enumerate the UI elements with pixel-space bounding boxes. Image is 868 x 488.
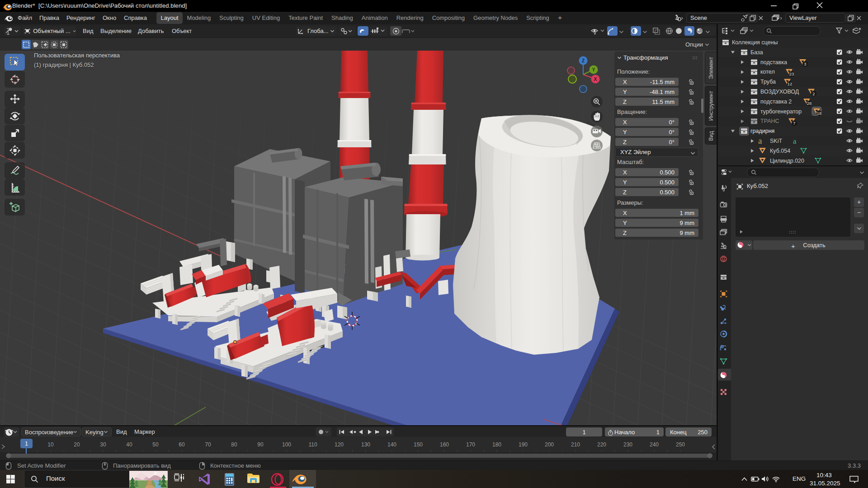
svg-text:160: 160 (440, 441, 449, 448)
svg-text:18: 18 (817, 111, 822, 116)
svg-text:28: 28 (807, 101, 812, 106)
svg-text:50: 50 (152, 441, 159, 448)
svg-text:170: 170 (466, 441, 475, 448)
svg-text:210: 210 (571, 441, 580, 448)
svg-text:180: 180 (492, 441, 501, 448)
svg-text:3: 3 (804, 61, 806, 66)
svg-text:10: 10 (47, 441, 54, 448)
svg-text:130: 130 (361, 441, 370, 448)
svg-text:110: 110 (308, 441, 317, 448)
svg-text:Куб.054: Куб.054 (770, 148, 790, 154)
svg-text:150: 150 (414, 441, 423, 448)
svg-text:12: 12 (788, 81, 793, 86)
svg-text:подставка: подставка (760, 59, 787, 66)
svg-text:подставка 2: подставка 2 (760, 99, 792, 105)
svg-text:ТРАНС: ТРАНС (760, 118, 779, 124)
svg-text:котел: котел (760, 69, 775, 75)
svg-text:2: 2 (812, 91, 815, 96)
svg-text:200: 200 (545, 441, 554, 448)
svg-text:60: 60 (179, 441, 185, 448)
svg-text:a: a (758, 136, 762, 145)
svg-text:230: 230 (623, 441, 632, 448)
svg-text:7: 7 (793, 121, 795, 126)
svg-text:90: 90 (257, 441, 264, 448)
svg-text:ВОЗДУХОВОД: ВОЗДУХОВОД (760, 89, 799, 95)
svg-text:80: 80 (231, 441, 237, 448)
svg-text:120: 120 (335, 441, 344, 448)
svg-text:a: a (793, 137, 797, 145)
svg-text:Коллекция сцены: Коллекция сцены (732, 39, 778, 46)
svg-text:турбогенератор: турбогенератор (760, 108, 802, 115)
svg-text:30: 30 (100, 441, 106, 448)
svg-text:140: 140 (387, 441, 396, 448)
svg-text:40: 40 (126, 441, 132, 448)
svg-text:70: 70 (205, 441, 211, 448)
svg-text:100: 100 (282, 441, 291, 448)
svg-text:База: База (750, 49, 763, 56)
svg-text:Y: Y (592, 67, 595, 72)
svg-text:SKiT: SKiT (770, 138, 782, 144)
svg-text:20: 20 (74, 441, 80, 448)
svg-text:Труба: Труба (760, 79, 776, 85)
svg-text:X: X (594, 77, 597, 82)
svg-text:Цилиндр.020: Цилиндр.020 (770, 158, 804, 164)
svg-text:градирня: градирня (750, 128, 774, 134)
svg-text:190: 190 (519, 441, 528, 448)
svg-text:1: 1 (25, 441, 28, 447)
svg-text:240: 240 (650, 441, 659, 448)
svg-text:Z: Z (582, 58, 585, 63)
svg-text:23: 23 (789, 71, 794, 76)
svg-text:250: 250 (676, 441, 685, 448)
svg-text:220: 220 (597, 441, 606, 448)
